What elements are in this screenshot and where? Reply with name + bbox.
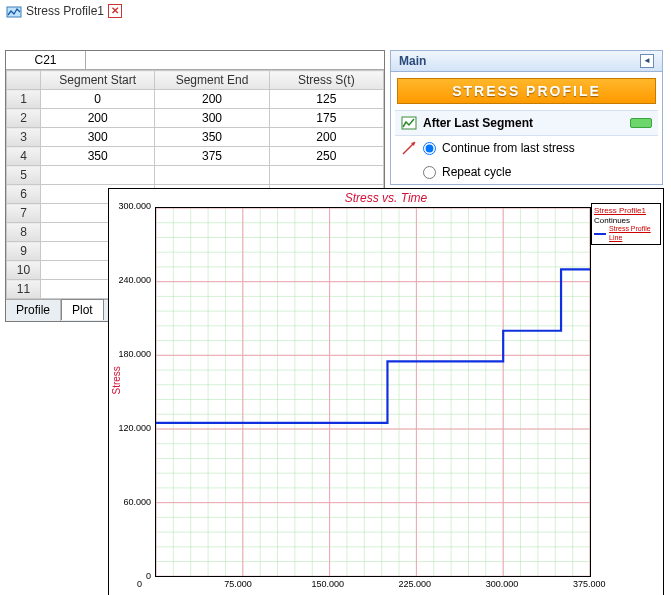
y-tick-label: 180.000 (111, 349, 151, 359)
cell-stress[interactable]: 250 (269, 147, 383, 166)
y-tick-label: 60.000 (111, 497, 151, 507)
close-icon[interactable]: ✕ (108, 4, 122, 18)
label-continue: Continue from last stress (442, 141, 575, 155)
legend-title: Stress Profile1 (594, 206, 658, 216)
row-header[interactable]: 9 (7, 242, 41, 261)
col-header-start[interactable]: Segment Start (41, 71, 155, 90)
y-tick-label: 120.000 (111, 423, 151, 433)
row-header[interactable]: 5 (7, 166, 41, 185)
legend-subtitle: Continues (594, 216, 658, 226)
chart-icon (401, 115, 417, 131)
tab-plot[interactable]: Plot (61, 299, 104, 320)
plot-area (155, 207, 591, 577)
properties-title: Main (399, 54, 426, 68)
svg-rect-1 (402, 117, 416, 129)
table-row: 5 (7, 166, 384, 185)
chart-window: Stress vs. Time Stress Profile1 Continue… (108, 188, 664, 595)
status-led (630, 118, 652, 128)
corner-cell[interactable] (7, 71, 41, 90)
window-title: Stress Profile1 (26, 4, 104, 18)
option-continue-row: Continue from last stress (395, 136, 658, 160)
cell-end[interactable] (155, 166, 269, 185)
cell-end[interactable]: 350 (155, 128, 269, 147)
row-header[interactable]: 6 (7, 185, 41, 204)
row-header[interactable]: 1 (7, 90, 41, 109)
y-tick-label: 300.000 (111, 201, 151, 211)
svg-rect-0 (7, 7, 21, 17)
x-tick-label: 300.000 (486, 579, 519, 589)
cell-start[interactable]: 350 (41, 147, 155, 166)
cell-start[interactable]: 200 (41, 109, 155, 128)
radio-continue[interactable] (423, 142, 436, 155)
table-row: 10200125 (7, 90, 384, 109)
blank-icon (401, 164, 417, 180)
properties-header: Main ◄ (391, 51, 662, 72)
properties-panel: Main ◄ Stress Profile After Last Segment… (390, 50, 663, 185)
cell-stress[interactable]: 200 (269, 128, 383, 147)
cell-end[interactable]: 300 (155, 109, 269, 128)
section-after-last-segment[interactable]: After Last Segment (395, 110, 658, 136)
cell-stress[interactable] (269, 166, 383, 185)
row-header[interactable]: 8 (7, 223, 41, 242)
chart-legend: Stress Profile1 Continues Stress Profile… (591, 203, 661, 245)
row-header[interactable]: 2 (7, 109, 41, 128)
cell-start[interactable] (41, 166, 155, 185)
row-header[interactable]: 7 (7, 204, 41, 223)
cell-start[interactable]: 0 (41, 90, 155, 109)
continue-icon (401, 140, 417, 156)
window-title-tab: Stress Profile1 ✕ (0, 0, 671, 22)
name-box[interactable]: C21 (6, 51, 86, 69)
y-tick-label: 240.000 (111, 275, 151, 285)
col-header-stress[interactable]: Stress S(t) (269, 71, 383, 90)
cell-stress[interactable]: 125 (269, 90, 383, 109)
cell-start[interactable]: 300 (41, 128, 155, 147)
x-tick-label: 375.000 (573, 579, 606, 589)
table-row: 3300350200 (7, 128, 384, 147)
name-box-bar: C21 (6, 51, 384, 70)
row-header[interactable]: 11 (7, 280, 41, 299)
section-label: After Last Segment (423, 116, 533, 130)
stress-profile-banner: Stress Profile (397, 78, 656, 104)
legend-swatch (594, 233, 606, 235)
option-repeat-row: Repeat cycle (395, 160, 658, 184)
cell-end[interactable]: 200 (155, 90, 269, 109)
chart-title: Stress vs. Time (109, 191, 663, 205)
y-axis-label: Stress (111, 366, 122, 394)
row-header[interactable]: 4 (7, 147, 41, 166)
x-tick-label: 75.000 (224, 579, 252, 589)
app-icon (6, 3, 22, 19)
x-tick-label: 150.000 (311, 579, 344, 589)
table-row: 4350375250 (7, 147, 384, 166)
formula-bar[interactable] (86, 51, 384, 69)
label-repeat: Repeat cycle (442, 165, 511, 179)
radio-repeat[interactable] (423, 166, 436, 179)
col-header-end[interactable]: Segment End (155, 71, 269, 90)
x-tick-label: 225.000 (399, 579, 432, 589)
table-row: 2200300175 (7, 109, 384, 128)
legend-series-name: Stress Profile Line (609, 225, 658, 242)
row-header[interactable]: 3 (7, 128, 41, 147)
cell-stress[interactable]: 175 (269, 109, 383, 128)
collapse-icon[interactable]: ◄ (640, 54, 654, 68)
tab-profile[interactable]: Profile (6, 300, 61, 321)
legend-series: Stress Profile Line (594, 225, 658, 242)
cell-end[interactable]: 375 (155, 147, 269, 166)
row-header[interactable]: 10 (7, 261, 41, 280)
y-tick-label: 0 (111, 571, 151, 581)
